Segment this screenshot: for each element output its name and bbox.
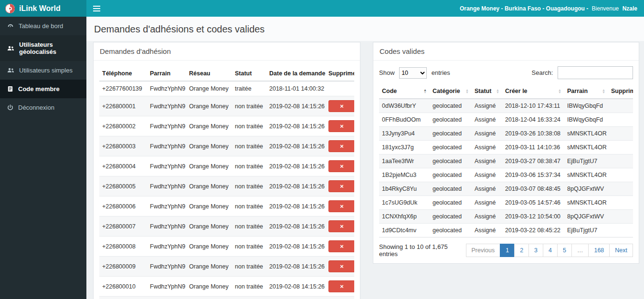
cell-telephone: +226800003	[99, 136, 147, 156]
table-row: +226800009 FwdhzYphN9 Orange Money non t…	[99, 257, 354, 277]
sidebar-item-utilisateurs-simples[interactable]: Utilisateurs simples	[0, 61, 86, 80]
table-row: 1d9CDtc4mv geolocated Assigné 2019-03-22…	[379, 224, 633, 237]
cell-date: 2019-02-08 14:15:26	[266, 217, 326, 237]
cell-statut: non traitée	[232, 257, 266, 277]
cell-supprimer	[608, 168, 633, 182]
cell-parrain: FwdhzYphN9	[147, 96, 186, 116]
dashboard-icon	[7, 23, 14, 30]
table-row: +226800003 FwdhzYphN9 Orange Money non t…	[99, 136, 354, 156]
user-info: Orange Money - Burkina Faso - Ouagadougo…	[460, 5, 637, 12]
cell-categorie: geolocated	[430, 99, 472, 113]
cell-telephone: +226800330	[99, 297, 147, 299]
cell-reseau: Orange Money	[186, 136, 232, 156]
codes-table: Code ▲▼ Catégorie ▲▼ Statut ▲▼	[379, 84, 633, 237]
cell-parrain: FwdhzYphN9	[147, 237, 186, 257]
cell-supprimer: ×	[326, 257, 354, 277]
cell-statut: Assigné	[472, 210, 502, 224]
pagination-item[interactable]: 1	[500, 244, 515, 257]
delete-button[interactable]: ×	[328, 140, 354, 152]
column-header-code[interactable]: Code ▲▼	[379, 84, 430, 99]
cell-supprimer	[608, 113, 633, 127]
username: Nzale	[623, 5, 637, 12]
cell-telephone: +226800008	[99, 237, 147, 257]
delete-button[interactable]: ×	[328, 160, 354, 172]
column-header-creer-le[interactable]: Créer le ▲▼	[502, 84, 564, 99]
table-row: +226800004 FwdhzYphN9 Orange Money non t…	[99, 156, 354, 176]
cell-supprimer: ×	[326, 156, 354, 176]
pagination-item[interactable]: 3	[528, 244, 543, 257]
delete-button[interactable]: ×	[328, 240, 354, 252]
cell-statut: non traitée	[232, 176, 266, 196]
cell-parrain: FwdhzYphN9	[147, 297, 186, 299]
delete-button[interactable]: ×	[328, 200, 354, 212]
sort-icon: ▲▼	[465, 89, 469, 93]
column-header-parrain[interactable]: Parrain ▲▼	[564, 84, 608, 99]
cell-categorie: geolocated	[430, 113, 472, 127]
cell-statut: non traitée	[232, 237, 266, 257]
cell-supprimer	[608, 196, 633, 210]
cell-cree-le: 2019-03-06 15:37:34	[502, 168, 564, 182]
sidebar-toggle-button[interactable]	[93, 0, 106, 17]
cell-parrain: FwdhzYphN9	[147, 156, 186, 176]
cell-statut: Assigné	[472, 196, 502, 210]
delete-button[interactable]: ×	[328, 260, 354, 272]
cell-categorie: geolocated	[430, 127, 472, 141]
cell-parrain: sMNSKTL4OR	[564, 168, 608, 182]
table-row: 1B2pjeMCu3 geolocated Assigné 2019-03-06…	[379, 168, 633, 182]
sidebar-item-tableau-de-bord[interactable]: Tableau de bord	[0, 17, 86, 35]
sort-icon: ▲▼	[558, 89, 561, 93]
cell-statut: non traitée	[232, 116, 266, 136]
sidebar-item-utilisateurs-geolocalises[interactable]: Utilisateurs géolocalisés	[0, 35, 86, 61]
page-size-select[interactable]: 10	[399, 67, 427, 79]
delete-button[interactable]: ×	[328, 280, 354, 292]
pagination-item[interactable]: Previous	[466, 244, 501, 257]
close-icon: ×	[340, 223, 344, 229]
table-row: 13Jyny3Pu4 geolocated Assigné 2019-03-26…	[379, 127, 633, 141]
brand[interactable]: iLink World	[0, 0, 86, 17]
cell-supprimer: ×	[326, 196, 354, 217]
delete-button[interactable]: ×	[328, 100, 354, 112]
pagination-item[interactable]: Next	[609, 244, 633, 257]
sort-icon: ▲▼	[496, 89, 499, 93]
delete-button[interactable]: ×	[328, 120, 354, 132]
pagination-item: …	[571, 244, 589, 257]
table-row: 1c7sUG9dUk geolocated Assigné 2019-03-05…	[379, 196, 633, 210]
brand-title: iLink World	[19, 4, 61, 13]
sidebar-item-code-membre[interactable]: Code membre	[0, 80, 86, 98]
table-row: 1b4RkyC8Yu geolocated Assigné 2019-03-07…	[379, 182, 633, 196]
delete-button[interactable]: ×	[328, 180, 354, 192]
cell-telephone: +226800007	[99, 217, 147, 237]
cell-statut: Assigné	[472, 127, 502, 141]
sidebar-item-deconnexion[interactable]: Déconnexion	[0, 98, 86, 117]
column-header-supprimer[interactable]: Supprimer ▲▼	[608, 84, 633, 99]
column-header-parrain: Parrain	[147, 66, 186, 81]
close-icon: ×	[340, 243, 344, 249]
cell-cree-le: 2019-03-26 10:38:08	[502, 127, 564, 141]
column-header-statut[interactable]: Statut ▲▼	[472, 84, 502, 99]
ilink-logo-icon	[5, 3, 15, 14]
cell-date: 2019-02-12 19:10:32	[266, 297, 326, 299]
cell-reseau: Orange Money	[186, 217, 232, 237]
table-row: +226800001 FwdhzYphN9 Orange Money non t…	[99, 96, 354, 116]
pagination-item[interactable]: 2	[514, 244, 529, 257]
search-input[interactable]	[558, 66, 633, 79]
delete-button[interactable]: ×	[328, 220, 354, 232]
cell-parrain: FwdhzYphN9	[147, 196, 186, 217]
column-header-categorie[interactable]: Catégorie ▲▼	[430, 84, 472, 99]
cell-statut: Assigné	[472, 99, 502, 113]
cell-code: 13Jyny3Pu4	[379, 127, 430, 141]
close-icon: ×	[340, 123, 344, 129]
pagination-item[interactable]: 4	[543, 244, 558, 257]
cell-supprimer: ×	[326, 237, 354, 257]
pagination-item[interactable]: 5	[557, 244, 572, 257]
cell-categorie: geolocated	[430, 182, 472, 196]
sidebar-item-label: Déconnexion	[18, 104, 54, 111]
cell-statut: non traitée	[232, 156, 266, 176]
pagination-item[interactable]: 168	[588, 244, 610, 257]
cell-supprimer	[608, 224, 633, 237]
close-icon: ×	[340, 283, 344, 289]
cell-cree-le: 2019-03-22 08:45:22	[502, 224, 564, 237]
cell-reseau: Orange Money	[186, 116, 232, 136]
cell-parrain: IBWqyGbqFd	[564, 99, 608, 113]
cell-date: 2019-02-08 14:15:26	[266, 116, 326, 136]
